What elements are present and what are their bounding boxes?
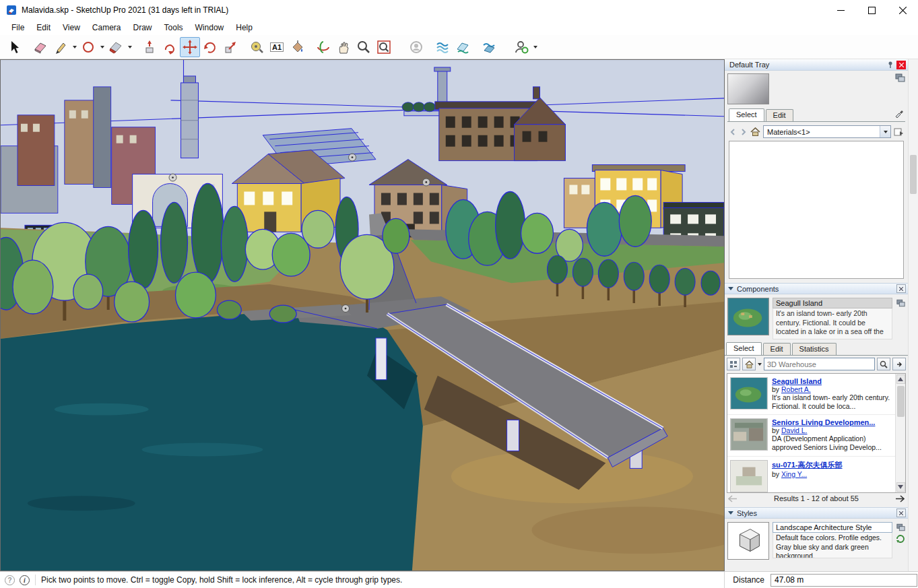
scale-icon: [223, 40, 238, 55]
paint-details-icon[interactable]: [894, 127, 904, 137]
line-tool-button[interactable]: [51, 37, 71, 57]
back-arrow-icon[interactable]: [729, 128, 737, 136]
tape-measure-tool-button[interactable]: [247, 37, 267, 57]
result-item[interactable]: Seniors Living Developmen... by David L.…: [727, 415, 895, 456]
rotated-rectangle-dropdown[interactable]: [126, 37, 133, 57]
claim-credit-icon[interactable]: [5, 575, 15, 585]
result-item[interactable]: su-071-高尔夫俱乐部 by Xing Y...: [727, 457, 895, 493]
eyedropper-icon[interactable]: [894, 108, 904, 118]
eraser-tool-button[interactable]: [30, 37, 51, 57]
measurement-input[interactable]: [771, 574, 917, 587]
zoom-tool-button[interactable]: [354, 37, 374, 57]
styles-section-header[interactable]: Styles: [725, 507, 908, 519]
measurement-area: Distance: [724, 572, 918, 588]
shapes-tool-button[interactable]: [78, 37, 98, 57]
info-icon[interactable]: [20, 575, 30, 585]
style-preview: Landscape Architecture Style Default fac…: [725, 519, 908, 560]
materials-tab-select[interactable]: Select: [729, 108, 764, 121]
secondary-pane-icon[interactable]: [896, 299, 905, 307]
rotate-tool-button[interactable]: [200, 37, 220, 57]
menu-view[interactable]: View: [57, 22, 86, 34]
push-pull-tool-button[interactable]: [139, 37, 160, 57]
components-tabs: Select Edit Statistics: [725, 342, 908, 356]
components-section-header[interactable]: Components: [725, 283, 908, 294]
style-name[interactable]: Landscape Architecture Style: [773, 522, 892, 533]
move-tool-button[interactable]: [180, 37, 200, 57]
menu-edit[interactable]: Edit: [30, 22, 57, 34]
forward-arrow-icon[interactable]: [740, 128, 748, 136]
results-scrollbar[interactable]: [895, 374, 905, 492]
components-tab-statistics[interactable]: Statistics: [792, 343, 837, 355]
result-author-link[interactable]: Xing Y...: [781, 470, 807, 478]
3d-viewport[interactable]: [0, 59, 725, 571]
menu-window[interactable]: Window: [189, 22, 230, 34]
text-tool-button[interactable]: A1: [267, 37, 287, 57]
result-title-link[interactable]: su-071-高尔夫俱乐部: [772, 460, 843, 470]
pan-tool-button[interactable]: [333, 37, 354, 57]
menu-tools[interactable]: Tools: [158, 22, 189, 34]
shapes-tool-dropdown[interactable]: [98, 37, 106, 57]
tray-close-button[interactable]: [896, 61, 906, 69]
home-icon: [745, 360, 754, 368]
sign-in-dropdown[interactable]: [531, 37, 539, 57]
update-style-icon[interactable]: [896, 534, 905, 544]
section-display-tool-button[interactable]: [453, 37, 473, 57]
result-title-link[interactable]: Seagull Island: [772, 377, 893, 385]
river: [1, 312, 423, 570]
materials-collection-dropdown[interactable]: Materials<1>: [763, 125, 891, 138]
in-model-button[interactable]: [742, 358, 756, 370]
pagination-text: Results 1 - 12 of about 55: [737, 494, 895, 502]
previous-page-icon[interactable]: [728, 495, 737, 502]
result-author-link[interactable]: Robert A.: [781, 385, 811, 393]
materials-list[interactable]: [729, 141, 904, 279]
collapse-triangle-icon: [728, 287, 733, 290]
orbit-tool-button[interactable]: [313, 37, 333, 57]
components-tab-edit[interactable]: Edit: [763, 343, 791, 355]
components-close-button[interactable]: [896, 284, 906, 293]
next-panel-button[interactable]: [892, 358, 906, 370]
section-plane-tool-button[interactable]: [432, 37, 453, 57]
rotated-rectangle-tool-button[interactable]: [106, 37, 126, 57]
window-title: Malavida.skp - SketchUp Pro 2021 (31 day…: [22, 5, 228, 15]
paint-bucket-tool-button[interactable]: [287, 37, 307, 57]
maximize-icon: [868, 7, 876, 14]
menu-draw[interactable]: Draw: [127, 22, 158, 34]
minimize-button[interactable]: [825, 0, 856, 20]
scrollbar-thumb[interactable]: [897, 386, 905, 417]
result-author-link[interactable]: David L.: [781, 426, 808, 434]
search-button[interactable]: [877, 358, 890, 370]
scale-tool-button[interactable]: [220, 37, 240, 57]
look-around-tool-button[interactable]: [406, 37, 426, 57]
line-tool-dropdown[interactable]: [71, 37, 78, 57]
components-search-row: [725, 356, 908, 373]
warehouse-search-input[interactable]: [764, 360, 874, 368]
home-icon[interactable]: [750, 127, 760, 136]
maximize-button[interactable]: [856, 0, 887, 20]
next-page-icon[interactable]: [895, 495, 905, 502]
styles-section-title: Styles: [737, 509, 757, 517]
menu-help[interactable]: Help: [230, 22, 259, 34]
materials-collection-value: Materials<1>: [767, 128, 810, 136]
chevron-down-icon[interactable]: [758, 363, 762, 366]
zoom-extents-tool-button[interactable]: [374, 37, 394, 57]
select-tool-button[interactable]: [4, 37, 24, 57]
secondary-pane-icon[interactable]: [895, 73, 905, 82]
section-fill-tool-button[interactable]: [479, 37, 499, 57]
result-title-link[interactable]: Seniors Living Developmen...: [772, 418, 893, 426]
close-button[interactable]: [887, 0, 918, 20]
menu-file[interactable]: File: [5, 22, 30, 34]
follow-me-tool-button[interactable]: [160, 37, 180, 57]
sign-in-button[interactable]: [511, 37, 531, 57]
styles-close-button[interactable]: [896, 509, 906, 517]
components-tab-select[interactable]: Select: [726, 342, 762, 355]
pin-icon[interactable]: [886, 61, 894, 69]
menu-camera[interactable]: Camera: [86, 22, 127, 34]
tray-title: Default Tray: [729, 61, 769, 69]
result-item[interactable]: Seagull Island by Robert A. It's an isla…: [727, 374, 895, 415]
scrollbar-thumb[interactable]: [910, 155, 917, 194]
view-options-button[interactable]: [727, 358, 740, 370]
secondary-pane-icon[interactable]: [896, 523, 905, 531]
result-description: DA (Development Application) approved Se…: [772, 434, 893, 452]
tray-scrollbar[interactable]: [908, 59, 918, 571]
materials-tab-edit[interactable]: Edit: [766, 109, 793, 121]
